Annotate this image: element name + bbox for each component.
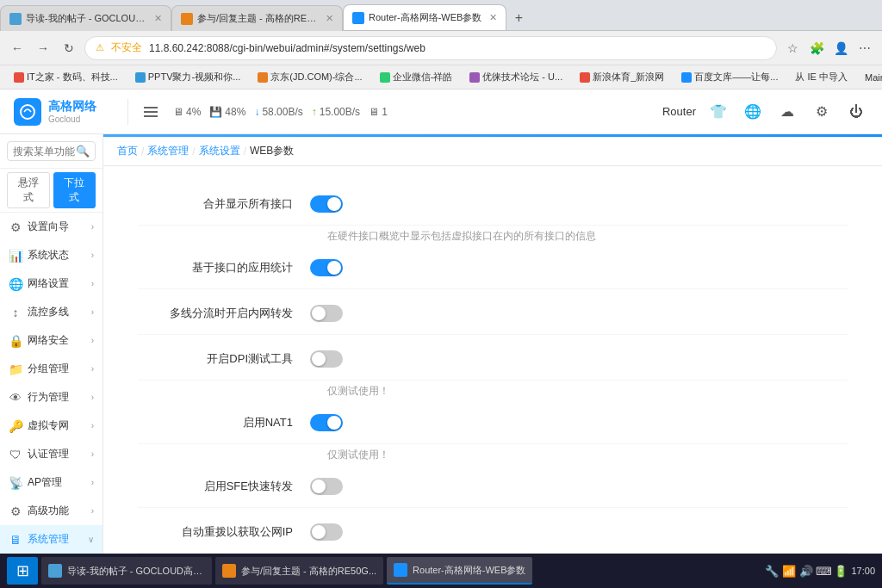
sidebar-item-shaping[interactable]: 📁 分组管理 › (0, 355, 102, 383)
bookmark-6[interactable]: 新浪体育_新浪网 (573, 69, 671, 85)
header-right: Router 👕 🌐 ☁ ⚙ ⏻ (662, 100, 868, 124)
sidebar-item-vpn[interactable]: 🔑 虚拟专网 › (0, 412, 102, 440)
new-tab-button[interactable]: + (506, 6, 531, 30)
bookmark-3[interactable]: 京东(JD.COM)-综合... (251, 69, 369, 85)
up-speed-stat: ↑ 15.00B/s (312, 106, 360, 118)
sidebar-item-network[interactable]: 🌐 网络设置 › (0, 269, 102, 298)
settings-row-dpi: 开启DPI测试工具 (138, 338, 848, 381)
cloud-upload-icon[interactable]: ☁ (775, 100, 799, 124)
sidebar-item-behavior[interactable]: 👁 行为管理 › (0, 383, 102, 412)
bookmark-7[interactable]: 百度文库——让每... (674, 69, 785, 85)
tab-2-icon (181, 13, 193, 25)
sidebar-item-security[interactable]: 🔒 网络安全 › (0, 326, 102, 355)
extensions-icon[interactable]: 🧩 (806, 38, 827, 59)
breadcrumb-current: WEB参数 (250, 144, 294, 158)
sidebar-item-setup[interactable]: ⚙ 设置向导 › (0, 213, 102, 241)
bookmark-star-icon[interactable]: ☆ (782, 38, 803, 59)
taskbar-icon-3 (394, 563, 407, 577)
tray-icon-1[interactable]: 🔧 (765, 564, 779, 578)
shirt-icon[interactable]: 👕 (706, 100, 730, 124)
search-button[interactable]: 🔍 (76, 145, 90, 158)
taskbar-label-2: 参与/回复主题 - 高格的RE50G... (241, 565, 376, 578)
chevron-right-icon-6: › (91, 364, 94, 374)
tray-icon-4[interactable]: ⌨ (817, 564, 830, 578)
bookmark-2[interactable]: PPTV聚力-视频和你... (128, 69, 248, 85)
taskbar-item-2[interactable]: 参与/回复主题 - 高格的RE50G... (215, 557, 383, 585)
reload-button[interactable]: ↻ (59, 38, 79, 59)
nat1-control (310, 414, 343, 431)
hamburger-icon[interactable] (139, 100, 163, 124)
sidebar-item-auth[interactable]: 🛡 认证管理 › (0, 440, 102, 468)
settings-row-sfe: 启用SFE快速转发 (138, 466, 848, 508)
search-input[interactable] (13, 145, 76, 158)
bookmark-7-label: 百度文库——让每... (694, 71, 778, 84)
app-stats-toggle[interactable] (310, 259, 343, 276)
bookmark-1[interactable]: IT之家 - 数码、科技... (7, 69, 125, 85)
main-area: 🔍 悬浮式 下拉式 ⚙ 设置向导 › 📊 系统状态 (0, 134, 882, 554)
tray-icon-3[interactable]: 🔊 (799, 564, 813, 578)
tab-2-close[interactable]: ✕ (326, 13, 333, 24)
breadcrumb-sysmanage[interactable]: 系统管理 (147, 144, 189, 158)
tab-1[interactable]: 导读-我的帖子 - GOCLOUD高格... ✕ (0, 5, 171, 31)
bookmark-5[interactable]: 优徕技术论坛 - U... (463, 69, 569, 85)
app-stats-control (310, 259, 343, 276)
breadcrumb-sep-2: / (192, 145, 195, 158)
dropdown-view-button[interactable]: 下拉式 (53, 172, 96, 208)
tray-icon-2[interactable]: 📶 (782, 564, 796, 578)
sidebar-item-label-setup: 设置向导 (28, 220, 86, 234)
tab-3-close[interactable]: ✕ (489, 12, 497, 23)
sidebar-item-status[interactable]: 📊 系统状态 › (0, 241, 102, 269)
more-icon[interactable]: ⋯ (854, 38, 875, 59)
bookmark-4[interactable]: 企业微信-祥皓 (373, 69, 460, 85)
sfe-toggle[interactable] (310, 478, 343, 495)
back-button[interactable]: ← (7, 38, 28, 59)
power-icon[interactable]: ⏻ (844, 100, 868, 124)
breadcrumb-home[interactable]: 首页 (117, 144, 138, 158)
start-button[interactable]: ⊞ (7, 557, 38, 585)
bookmark-4-label: 企业微信-祥皓 (393, 71, 453, 84)
address-input[interactable]: ⚠ 不安全 11.8.60.242:8088/cgi-bin/webui/adm… (84, 36, 777, 60)
tray-icons: 🔧 📶 🔊 ⌨ 🔋 (765, 564, 848, 578)
tab-3[interactable]: Router-高格网络-WEB参数 ✕ (343, 4, 506, 30)
sidebar-item-sysmanage[interactable]: 🖥 系统管理 ∨ (0, 525, 102, 554)
forward-button[interactable]: → (33, 38, 53, 59)
taskbar-item-3[interactable]: Router-高格网络-WEB参数 (387, 557, 532, 585)
settings-block-sfe: 启用SFE快速转发 (138, 466, 848, 508)
shaping-icon: 📁 (9, 362, 22, 376)
nat1-toggle[interactable] (310, 414, 343, 431)
vpn-icon: 🔑 (9, 419, 22, 433)
autoredial-toggle[interactable] (310, 523, 343, 541)
multilink-toggle[interactable] (310, 305, 343, 322)
sidebar-item-label-shaping: 分组管理 (28, 362, 86, 376)
chevron-right-icon-10: › (91, 478, 94, 487)
settings-row-nat1: 启用NAT1 (138, 402, 848, 444)
float-view-button[interactable]: 悬浮式 (7, 172, 50, 208)
sidebar-item-ap[interactable]: 📡 AP管理 › (0, 468, 102, 497)
tab-1-close[interactable]: ✕ (154, 13, 162, 24)
bookmark-6-icon (580, 72, 590, 83)
status-icon: 📊 (9, 249, 22, 263)
sidebar-item-advanced[interactable]: ⚙ 高级功能 › (0, 497, 102, 525)
bookmark-9[interactable]: Main Page - Linux... (858, 71, 882, 84)
dpi-toggle[interactable] (310, 350, 343, 368)
settings-icon[interactable]: ⚙ (810, 100, 834, 124)
logo-box (14, 98, 41, 126)
bookmark-8[interactable]: 从 IE 中导入 (788, 69, 854, 85)
merge-interfaces-toggle[interactable] (310, 195, 343, 213)
taskbar-item-1[interactable]: 导读-我的帖子 - GOCLOUD高格... (41, 557, 212, 585)
sidebar: 🔍 悬浮式 下拉式 ⚙ 设置向导 › 📊 系统状态 (0, 134, 103, 554)
breadcrumb-sysconfig[interactable]: 系统设置 (199, 144, 240, 158)
mem-stat: 💾 48% (209, 106, 245, 118)
settings-row-appstats: 基于接口的应用统计 (138, 247, 848, 289)
view-toggle: 悬浮式 下拉式 (0, 169, 102, 213)
sidebar-item-traffic[interactable]: ↕ 流控多线 › (0, 298, 102, 326)
toolbar-icons: ☆ 🧩 👤 ⋯ (782, 38, 875, 59)
bookmark-5-icon (469, 72, 480, 83)
svg-rect-1 (144, 107, 158, 108)
profile-icon[interactable]: 👤 (830, 38, 851, 59)
bookmark-8-label: 从 IE 中导入 (795, 71, 848, 84)
tab-3-icon (352, 12, 364, 24)
globe-icon[interactable]: 🌐 (741, 100, 765, 124)
tab-2[interactable]: 参与/回复主题 - 高格的RE50G... ✕ (171, 5, 343, 31)
tray-icon-5[interactable]: 🔋 (834, 564, 848, 578)
